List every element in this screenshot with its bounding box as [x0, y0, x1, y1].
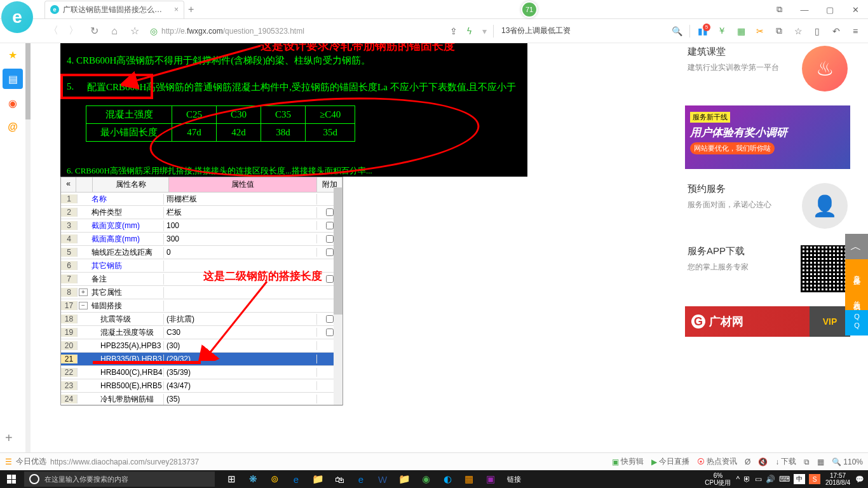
property-row[interactable]: 22HRB400(C),HRB4(35/39) [61, 366, 342, 379]
window-controls: ⧉ — ▢ ✕ [766, 0, 868, 19]
flash-icon[interactable]: ϟ [463, 25, 475, 37]
pin-weibo[interactable]: ◉ [3, 93, 23, 113]
card-appointment[interactable]: 预约服务 服务面对面，承诺心连心 👤 [685, 180, 850, 231]
back-button[interactable]: 〈 [44, 22, 62, 40]
qq-consult-button[interactable]: QQ咨询 [845, 310, 868, 336]
reload-button[interactable]: ↻ [85, 22, 103, 40]
red-arrow-mid [153, 278, 280, 361]
sb-zoom[interactable]: 🔍 110% [832, 458, 863, 466]
tray-ime-icon[interactable]: 中 [794, 474, 805, 484]
folder2-icon[interactable]: 📁 [394, 470, 414, 488]
app-icon-2[interactable]: ⊚ [264, 470, 285, 488]
explorer-icon[interactable]: 📁 [308, 470, 328, 488]
cut-icon[interactable]: ✂ [754, 25, 766, 37]
share-icon[interactable]: ⇪ [447, 25, 460, 37]
taskbar-clock[interactable]: 17:572018/8/4 [825, 472, 850, 486]
tray-keyboard-icon[interactable]: ⌨ [779, 475, 790, 484]
tray-volume-icon[interactable]: 🔊 [766, 475, 775, 484]
copy-icon[interactable]: ⧉ [773, 25, 785, 37]
gift-icon[interactable]: ☰ [5, 458, 12, 466]
close-window-icon[interactable]: ✕ [843, 0, 868, 19]
titlebar: e e 广联达钢筋里锚固搭接怎么看，好 × + 71 ⧉ — ▢ ✕ [0, 0, 868, 19]
bookmark-icon[interactable]: ☆ [792, 25, 804, 37]
property-row[interactable]: 1名称雨棚栏板 [61, 193, 342, 206]
url-box[interactable]: ◎ http://e.fwxgx.com/question_1905323.ht… [146, 22, 445, 40]
pin-at[interactable]: @ [3, 117, 23, 137]
red-underline-annotation [93, 361, 201, 364]
sb-mute[interactable]: 🔇 [758, 458, 768, 466]
sb-block[interactable]: Ø [745, 458, 750, 466]
app-icon-3[interactable]: ◐ [437, 470, 458, 488]
forward-button[interactable]: 〉 [65, 22, 83, 40]
globe-icon: ◎ [150, 26, 158, 36]
sb-quickcut[interactable]: ▣快剪辑 [612, 456, 644, 467]
taskbar-apps: ⊞ ❋ ⊚ e 📁 🛍 e W 📁 ◉ ◐ ▦ ▣ [221, 470, 501, 488]
search-icon[interactable]: 🔍 [670, 25, 683, 37]
follow-button[interactable]: 关注我们 [845, 285, 868, 310]
word-icon[interactable]: W [372, 470, 393, 488]
promo-text[interactable]: 13省份上调最低工资 [501, 25, 571, 36]
property-row[interactable]: 4截面高度(mm)300 [61, 233, 342, 246]
property-row[interactable]: 24冷轧带肋钢筋锚(35) [61, 393, 342, 406]
scroll-top-button[interactable]: ︿ [845, 234, 868, 259]
pin-star[interactable]: ★ [3, 44, 23, 65]
pin-window-icon[interactable]: ⧉ [766, 0, 792, 19]
left-scrollbar[interactable] [25, 43, 31, 452]
taskbar-search[interactable]: 在这里输入你要搜索的内容 [24, 471, 215, 487]
property-row[interactable]: 2构件类型栏板 [61, 206, 342, 219]
bottom-ad-banner[interactable]: G 广材网 VIP [685, 306, 850, 337]
store-icon[interactable]: 🛍 [329, 470, 349, 488]
pin-news[interactable]: ▤ [3, 69, 23, 89]
expand-all-icon[interactable]: « [61, 177, 76, 192]
app1-icon[interactable]: ▮▮5 [696, 25, 709, 37]
app-icon-4[interactable]: ▦ [459, 470, 479, 488]
tray-up-icon[interactable]: ^ [736, 475, 740, 484]
feedback-button[interactable]: 意见反馈 [845, 259, 868, 285]
red-arrow-top [121, 43, 267, 93]
wallet-icon[interactable]: ￥ [715, 25, 728, 37]
property-row[interactable]: 23HRB500(E),HRB5(43/47) [61, 379, 342, 393]
menu-icon[interactable]: ≡ [849, 25, 862, 37]
sb-news[interactable]: ⦿热点资讯 [697, 456, 737, 467]
new-tab-button[interactable]: + [188, 4, 194, 15]
red-ellipse-annotation [147, 88, 482, 187]
status-today-label[interactable]: 今日优选 [16, 456, 46, 467]
app-icon-1[interactable]: ❋ [243, 470, 263, 488]
minimize-icon[interactable]: — [792, 0, 817, 19]
edge2-icon[interactable]: e [351, 470, 371, 488]
property-row[interactable]: 5轴线距左边线距离0 [61, 246, 342, 259]
favorite-button[interactable]: ☆ [126, 22, 144, 40]
sb-pip[interactable]: ⧉ [804, 458, 810, 466]
edge-icon[interactable]: e [286, 470, 306, 488]
property-scrollbar[interactable] [334, 187, 342, 405]
add-pin-button[interactable]: + [5, 431, 13, 445]
tab-close-icon[interactable]: × [174, 5, 179, 14]
card-app-download[interactable]: 服务APP下载 您的掌上服务专家 [685, 243, 850, 295]
panel-icon[interactable]: ▯ [811, 25, 824, 37]
app-icon-5[interactable]: ▣ [480, 470, 501, 488]
browser-tab[interactable]: e 广联达钢筋里锚固搭接怎么看，好 × [44, 1, 184, 18]
sb-download[interactable]: ↓下载 [775, 456, 796, 467]
property-row[interactable]: 3截面宽度(mm)100 [61, 219, 342, 233]
360-icon[interactable]: ◉ [416, 470, 436, 488]
dropdown-icon[interactable]: ▾ [478, 25, 491, 37]
start-button[interactable] [0, 470, 23, 488]
notifications-icon[interactable]: 💬 [855, 475, 864, 484]
svg-line-1 [208, 281, 267, 355]
taskview-icon[interactable]: ⊞ [221, 470, 241, 488]
browser-logo[interactable]: e [1, 1, 39, 39]
app2-icon[interactable]: ▦ [735, 25, 747, 37]
sb-live[interactable]: ▶今日直播 [651, 456, 689, 467]
card-construction-class[interactable]: 建筑课堂 建筑行业实训教学第一平台 ♨ [685, 43, 850, 94]
sb-process[interactable]: ▦ [817, 458, 824, 466]
tray-battery-icon[interactable]: ▭ [755, 475, 762, 484]
notification-badge[interactable]: 71 [521, 1, 538, 18]
home-button[interactable]: ⌂ [105, 22, 123, 40]
tray-shield-icon[interactable]: ⛨ [743, 475, 751, 484]
maximize-icon[interactable]: ▢ [817, 0, 843, 19]
tray-sogou-icon[interactable]: S [809, 474, 820, 484]
cpu-meter[interactable]: 6%CPU使用 [705, 472, 731, 486]
taskbar-link-label[interactable]: 链接 [507, 475, 521, 484]
undo-icon[interactable]: ↶ [830, 25, 843, 37]
survey-banner[interactable]: 服务新干线 用户体验有奖小调研 网站要优化，我们听你哒 [685, 105, 850, 169]
